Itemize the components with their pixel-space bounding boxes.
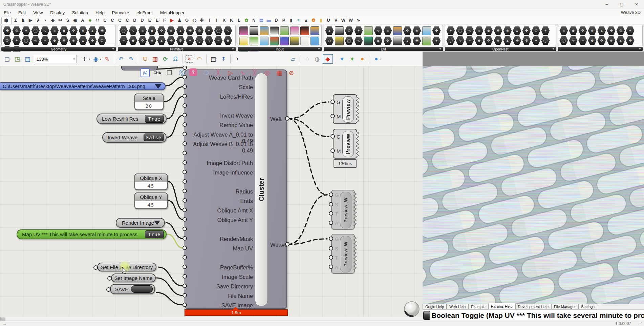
cluster-input-hook[interactable]: [183, 113, 187, 117]
toolbar-icon[interactable]: ✚: [626, 36, 635, 45]
preview-input-hook[interactable]: [329, 246, 333, 250]
toolbar-icon[interactable]: ⊙: [532, 26, 540, 35]
cluster-input-hook[interactable]: [183, 179, 187, 184]
toolbar-icon[interactable]: ▲: [88, 26, 97, 35]
preview-input-hook[interactable]: [329, 211, 333, 216]
gem-preview-icon[interactable]: ◆: [323, 54, 333, 64]
toolbar-icon[interactable]: [335, 26, 344, 35]
toolbar-icon[interactable]: ❖: [494, 26, 502, 35]
tab-plugin-33[interactable]: N: [251, 17, 257, 24]
file-path-menu-arrow-icon[interactable]: [155, 84, 162, 89]
mapuv-toggle[interactable]: Map UV *** This will take several minute…: [17, 229, 167, 239]
deselect-icon[interactable]: ✕: [185, 55, 194, 63]
preview-title-capsule[interactable]: Preview: [342, 96, 354, 123]
tab-plugin-18[interactable]: D: [139, 17, 146, 24]
tab-plugin-45[interactable]: W: [340, 17, 347, 24]
cluster-input-hook[interactable]: [183, 132, 187, 136]
preview-input-hook[interactable]: [330, 100, 335, 104]
help-tab-web-help[interactable]: Web Help: [447, 304, 468, 309]
preview-eye-icon[interactable]: ◉: [91, 55, 101, 63]
menu-metahopper[interactable]: MetaHopper: [156, 9, 188, 16]
wire-display-green-icon[interactable]: ✦: [347, 55, 357, 63]
button-input-hook[interactable]: [106, 287, 111, 292]
bulb-icon[interactable]: ❍: [201, 68, 211, 77]
toolbar-icon[interactable]: ∿: [354, 36, 363, 45]
open-file-icon[interactable]: ◳: [13, 55, 22, 63]
menu-view[interactable]: View: [29, 9, 46, 16]
preview-title-capsule[interactable]: PreviewLW: [340, 236, 351, 272]
toolbar-icon[interactable]: ◈: [148, 36, 156, 45]
toolbar-icon[interactable]: ✚: [3, 26, 12, 35]
tab-plugin-27[interactable]: I: [206, 17, 213, 24]
cluster-input-hook[interactable]: [183, 84, 187, 89]
toolbar-icon[interactable]: [364, 37, 373, 45]
cluster-input-hook[interactable]: [183, 103, 187, 108]
cluster-input-hook[interactable]: [183, 265, 187, 269]
help-tab-settings[interactable]: Settings: [578, 304, 597, 309]
table-icon[interactable]: ▦: [275, 68, 284, 77]
minimize-button-icon[interactable]: –: [599, 0, 614, 9]
chevron-down-icon[interactable]: ▾: [380, 58, 382, 61]
menu-edit[interactable]: Edit: [15, 9, 29, 16]
cluster-input-hook[interactable]: [183, 227, 187, 231]
tab-plugin-38[interactable]: ▮: [288, 17, 295, 24]
cluster-input-hook[interactable]: [183, 151, 187, 155]
toolbar-icon[interactable]: ◆: [148, 26, 156, 35]
cluster-input-hook[interactable]: [183, 293, 187, 298]
dropdown-arrow-icon[interactable]: [154, 221, 160, 225]
toolbar-icon[interactable]: ≈: [578, 36, 587, 45]
preview-input-hook[interactable]: [330, 148, 335, 153]
tab-plugin-32[interactable]: ✿: [243, 17, 250, 24]
toolbar-icon[interactable]: ∿: [569, 36, 578, 45]
search-s-icon[interactable]: Ⓢ: [177, 68, 186, 77]
toolbar-icon[interactable]: ▲: [325, 26, 334, 35]
tab-plugin-15[interactable]: C: [117, 17, 123, 24]
category-bar-input[interactable]: Input▼: [238, 47, 322, 51]
cluster-input-hook[interactable]: [183, 274, 187, 279]
wires-icon[interactable]: ╳: [214, 68, 223, 77]
tab-plugin-29[interactable]: K: [221, 17, 228, 24]
category-bar-util[interactable]: Util▼: [324, 47, 443, 51]
tab-plugin-35[interactable]: ▬: [266, 17, 272, 24]
scale-slider[interactable]: Scale 20: [134, 94, 164, 110]
tab-plugin-41[interactable]: ❂: [310, 17, 317, 24]
toolbar-icon[interactable]: ✚: [186, 26, 194, 35]
delete-trash-icon[interactable]: ▥: [150, 55, 160, 63]
toolbar-icon[interactable]: ≈: [138, 26, 147, 35]
toolbar-icon[interactable]: ▲: [503, 36, 512, 45]
category-bar-primitive[interactable]: Primitive▼: [118, 47, 236, 51]
toolbar-icon[interactable]: ▲: [597, 26, 606, 35]
toolbar-icon[interactable]: ⊙: [176, 36, 185, 45]
toolbar-icon[interactable]: [260, 37, 269, 45]
button-input-hook[interactable]: [93, 265, 98, 270]
toolbar-icon[interactable]: ✚: [607, 26, 616, 35]
cluster-component[interactable]: Weave Card PathScaleLoRes/HiResInvert We…: [185, 69, 287, 309]
toolbar-icon[interactable]: ❖: [484, 36, 493, 45]
toolbar-icon[interactable]: ◆: [50, 36, 59, 45]
clipboard-icon[interactable]: ⧉: [140, 55, 150, 63]
cluster-input-hook[interactable]: [183, 170, 187, 174]
preview-component[interactable]: GMPreview: [333, 129, 357, 159]
cluster-title-capsule[interactable]: Cluster: [255, 73, 268, 306]
cutoff-component[interactable]: [121, 66, 158, 70]
remote-tree-icon[interactable]: ↟: [219, 55, 228, 63]
preview-input-hook[interactable]: [329, 221, 333, 225]
spotlight-icon[interactable]: ◖: [233, 55, 242, 63]
toolbar-icon[interactable]: ∿: [223, 26, 232, 35]
tab-plugin-4[interactable]: ∂: [35, 17, 41, 24]
preview-input-hook[interactable]: [329, 202, 333, 206]
oblique-x-slider[interactable]: Oblique X 45: [134, 174, 168, 190]
toolbar-icon[interactable]: ⊙: [522, 36, 531, 45]
toolbar-icon[interactable]: ◈: [412, 26, 421, 35]
helmet-icon[interactable]: ◠: [195, 55, 204, 63]
help-tab-params-help[interactable]: Params Help: [488, 303, 515, 309]
preview-component[interactable]: GSTAPreviewLW: [331, 190, 355, 230]
toolbar-icon[interactable]: [422, 26, 431, 35]
menu-display[interactable]: Display: [46, 9, 68, 16]
tab-plugin-8[interactable]: S: [65, 17, 71, 24]
tab-plugin-23[interactable]: ♟: [176, 17, 183, 24]
toolbar-icon[interactable]: ❖: [578, 26, 587, 35]
tab-plugin-46[interactable]: W: [348, 17, 354, 24]
toolbar-icon[interactable]: [422, 37, 431, 45]
toolbar-icon[interactable]: ⊙: [98, 36, 106, 45]
